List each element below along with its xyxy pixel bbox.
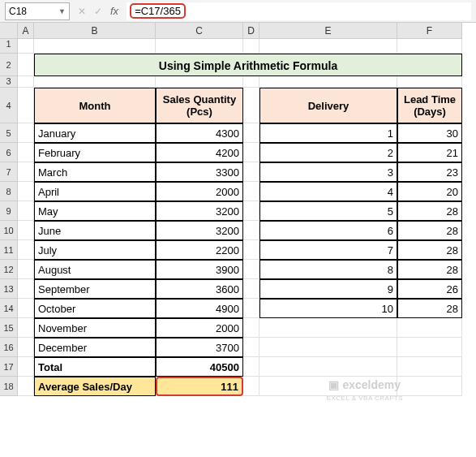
cell[interactable] [18,162,34,182]
avg-value-cell[interactable]: 111 [156,377,243,396]
col-header[interactable]: D [243,23,259,39]
cell[interactable] [259,338,397,357]
col-header[interactable]: B [34,23,156,39]
fx-icon[interactable]: fx [110,5,118,17]
cancel-icon[interactable]: ✕ [78,6,86,17]
delivery-cell[interactable]: 4 [259,182,397,201]
row-header[interactable]: 7 [0,162,18,182]
chevron-down-icon[interactable]: ▼ [58,7,66,15]
lead-cell[interactable]: 28 [397,260,462,279]
row-header[interactable]: 5 [0,123,18,143]
header-month[interactable]: Month [34,88,156,123]
month-cell[interactable]: September [34,279,156,299]
cell[interactable] [243,357,259,377]
header-delivery[interactable]: Delivery [259,88,397,123]
cell[interactable] [259,76,397,88]
col-header[interactable]: C [156,23,243,39]
delivery-cell[interactable]: 3 [259,162,397,182]
sales-cell[interactable]: 3700 [156,338,243,357]
header-lead[interactable]: Lead Time (Days) [397,88,462,123]
sales-cell[interactable]: 3900 [156,260,243,279]
cell[interactable] [18,279,34,299]
cell[interactable] [259,357,397,377]
month-cell[interactable]: January [34,123,156,143]
delivery-cell[interactable]: 7 [259,240,397,260]
cell[interactable] [18,318,34,338]
cell[interactable] [243,143,259,162]
cell[interactable] [18,39,34,54]
sales-cell[interactable]: 3600 [156,279,243,299]
cell[interactable] [18,76,34,88]
month-cell[interactable]: December [34,338,156,357]
row-header[interactable]: 1 [0,39,18,54]
row-header[interactable]: 6 [0,143,18,162]
sales-cell[interactable]: 2000 [156,318,243,338]
cell[interactable] [259,318,397,338]
row-header[interactable]: 9 [0,201,18,221]
cell[interactable] [18,221,34,240]
sales-cell[interactable]: 2000 [156,182,243,201]
lead-cell[interactable]: 23 [397,162,462,182]
select-all-corner[interactable] [0,23,18,39]
cell[interactable] [156,39,243,54]
cell[interactable] [18,299,34,318]
cell[interactable] [243,240,259,260]
cell[interactable] [243,377,259,396]
month-cell[interactable]: March [34,162,156,182]
cell[interactable] [243,88,259,123]
lead-cell[interactable]: 28 [397,299,462,318]
confirm-icon[interactable]: ✓ [94,6,102,17]
cell[interactable] [156,76,243,88]
month-cell[interactable]: August [34,260,156,279]
cell[interactable] [18,182,34,201]
month-cell[interactable]: July [34,240,156,260]
row-header[interactable]: 3 [0,76,18,88]
cell[interactable] [397,318,462,338]
month-cell[interactable]: April [34,182,156,201]
cell[interactable] [34,39,156,54]
row-header[interactable]: 13 [0,279,18,299]
sales-cell[interactable]: 3200 [156,201,243,221]
cell[interactable] [243,338,259,357]
cell[interactable] [18,338,34,357]
row-header[interactable]: 2 [0,54,18,76]
month-cell[interactable]: February [34,143,156,162]
cell[interactable] [18,54,34,76]
cell[interactable] [259,39,397,54]
formula-input[interactable]: =C17/365 [127,2,471,20]
cell[interactable] [18,88,34,123]
cell[interactable] [18,260,34,279]
delivery-cell[interactable]: 9 [259,279,397,299]
row-header[interactable]: 8 [0,182,18,201]
month-cell[interactable]: May [34,201,156,221]
cell[interactable] [18,377,34,396]
cell[interactable] [243,76,259,88]
delivery-cell[interactable]: 5 [259,201,397,221]
lead-cell[interactable]: 28 [397,221,462,240]
cell[interactable] [243,260,259,279]
col-header[interactable]: A [18,23,34,39]
cell[interactable] [397,377,462,396]
cell[interactable] [243,279,259,299]
delivery-cell[interactable]: 8 [259,260,397,279]
delivery-cell[interactable]: 2 [259,143,397,162]
cell[interactable] [243,182,259,201]
row-header[interactable]: 18 [0,377,18,396]
row-header[interactable]: 16 [0,338,18,357]
row-header[interactable]: 14 [0,299,18,318]
total-label[interactable]: Total [34,357,156,377]
delivery-cell[interactable]: 6 [259,221,397,240]
cell[interactable] [243,162,259,182]
row-header[interactable]: 10 [0,221,18,240]
sales-cell[interactable]: 4900 [156,299,243,318]
row-header[interactable]: 15 [0,318,18,338]
cell[interactable] [243,299,259,318]
month-cell[interactable]: November [34,318,156,338]
page-title[interactable]: Using Simple Arithmetic Formula [34,54,462,76]
lead-cell[interactable]: 28 [397,240,462,260]
sales-cell[interactable]: 2200 [156,240,243,260]
lead-cell[interactable]: 20 [397,182,462,201]
lead-cell[interactable]: 26 [397,279,462,299]
cell[interactable] [243,221,259,240]
sales-cell[interactable]: 4200 [156,143,243,162]
